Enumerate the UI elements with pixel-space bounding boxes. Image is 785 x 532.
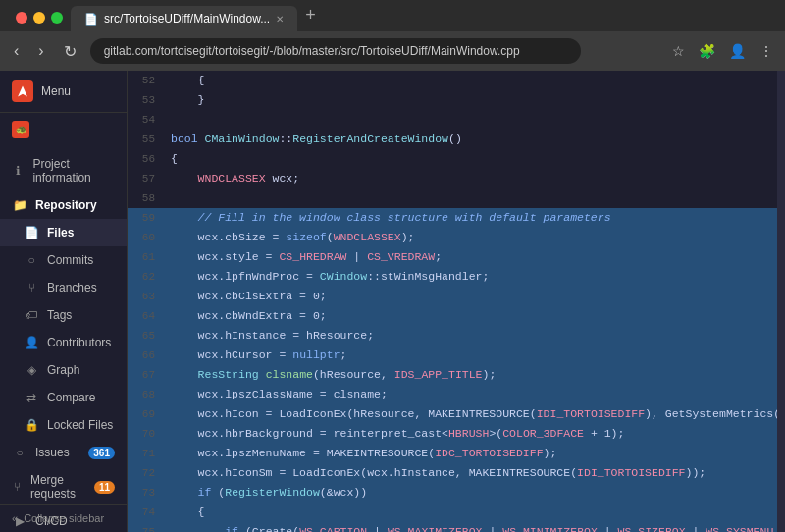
table-row: 61 wcx.style = CS_HREDRAW | CS_VREDRAW; [128,247,785,267]
collapse-sidebar-button[interactable]: « Collapse sidebar [0,504,128,532]
table-row: 55bool CMainWindow::RegisterAndCreateWin… [128,130,785,149]
table-row: 64 wcx.cbWndExtra = 0; [128,306,785,326]
locked-files-icon: 🔒 [24,418,39,432]
repo-icon: 📁 [12,198,27,212]
collapse-label: Collapse sidebar [24,512,104,524]
active-tab[interactable]: 📄 src/TortoiseUDiff/MainWindow... ✕ [71,6,297,31]
line-number: 57 [128,169,167,188]
table-row: 52 { [128,71,785,90]
line-code: ResString clsname(hResource, IDS_APP_TIT… [167,365,785,385]
compare-icon: ⇄ [24,391,39,404]
sidebar-item-label: Commits [47,253,93,267]
close-window-button[interactable] [16,12,27,24]
branches-icon: ⑂ [24,281,39,294]
sidebar-item-repository[interactable]: 📁 Repository [0,191,127,219]
window-controls [8,4,71,31]
profile-icon[interactable]: 👤 [725,39,750,63]
address-bar-row: ‹ › ↻ ☆ 🧩 👤 ⋮ [0,31,785,71]
line-number: 64 [128,306,167,326]
table-row: 59 // Fill in the window class structure… [128,208,785,228]
line-code: { [167,149,785,169]
line-number: 61 [128,247,167,267]
project-icon: 🐢 [12,121,29,138]
line-number: 75 [128,522,167,532]
line-number: 63 [128,287,167,306]
line-number: 62 [128,267,167,287]
sidebar-item-tags[interactable]: 🏷 Tags [0,301,127,329]
sidebar-item-compare[interactable]: ⇄ Compare [0,384,127,411]
issues-icon: ○ [12,446,27,459]
line-code: WNDCLASSEX wcx; [167,169,785,188]
tab-close-button[interactable]: ✕ [276,14,284,25]
sidebar-item-label: Project information [32,157,115,185]
back-button[interactable]: ‹ [8,38,25,64]
line-number: 72 [128,463,167,483]
sidebar-header: Menu [0,71,127,113]
sidebar-item-files[interactable]: 📄 Files [0,219,127,246]
merge-requests-badge: 11 [94,481,115,494]
line-number: 70 [128,424,167,444]
new-tab-button[interactable]: + [297,0,324,31]
table-row: 74 { [128,503,785,522]
line-number: 69 [128,404,167,424]
line-code: wcx.hIconSm = LoadIconEx(wcx.hInstance, … [167,463,785,483]
address-input[interactable] [90,38,581,64]
forward-button[interactable]: › [32,38,49,64]
tab-bar: 📄 src/TortoiseUDiff/MainWindow... ✕ + [0,0,785,31]
line-code: wcx.cbClsExtra = 0; [167,287,785,306]
line-number: 58 [128,188,167,208]
minimize-window-button[interactable] [33,12,45,24]
table-row: 68 wcx.lpszClassName = clsname; [128,385,785,404]
line-code: wcx.hbrBackground = reinterpret_cast<HBR… [167,424,785,444]
maximize-window-button[interactable] [51,12,63,24]
tab-icon: 📄 [84,13,98,26]
line-number: 59 [128,208,167,228]
sidebar-item-project-info[interactable]: ℹ Project information [0,150,127,191]
table-row: 57 WNDCLASSEX wcx; [128,169,785,188]
sidebar-item-branches[interactable]: ⑂ Branches [0,274,127,301]
code-lines-container: 52 {53 }5455bool CMainWindow::RegisterAn… [128,71,785,532]
line-number: 53 [128,90,167,110]
line-number: 52 [128,71,167,90]
line-code: bool CMainWindow::RegisterAndCreateWindo… [167,130,785,149]
line-code: wcx.style = CS_HREDRAW | CS_VREDRAW; [167,247,785,267]
files-icon: 📄 [24,226,39,239]
sidebar-item-label: Graph [47,363,79,377]
extensions-icon[interactable]: 🧩 [695,39,719,63]
line-code: wcx.cbWndExtra = 0; [167,306,785,326]
line-code [167,110,785,130]
table-row: 65 wcx.hInstance = hResource; [128,326,785,346]
line-code: } [167,90,785,110]
line-number: 71 [128,444,167,463]
table-row: 73 if (RegisterWindow(&wcx)) [128,483,785,503]
sidebar-item-contributors[interactable]: 👤 Contributors [0,329,127,356]
scrollbar[interactable] [777,71,785,532]
merge-requests-icon: ⑂ [12,480,23,494]
gitlab-logo[interactable] [12,80,33,102]
gitlab-menu-button[interactable]: Menu [41,84,71,98]
issues-badge: 361 [88,447,115,459]
table-row: 69 wcx.hIcon = LoadIconEx(hResource, MAK… [128,404,785,424]
sidebar-item-label: Tags [47,308,72,322]
sidebar-item-issues[interactable]: ○ Issues 361 [0,439,127,466]
reload-button[interactable]: ↻ [58,38,82,65]
browser-toolbar-right: ☆ 🧩 👤 ⋮ [668,39,777,63]
code-area[interactable]: 52 {53 }5455bool CMainWindow::RegisterAn… [128,71,785,532]
line-number: 56 [128,149,167,169]
bookmark-icon[interactable]: ☆ [668,39,689,63]
sidebar-item-locked-files[interactable]: 🔒 Locked Files [0,411,127,439]
sidebar-nav: ℹ Project information 📁 Repository 📄 Fil… [0,146,127,532]
line-code [167,188,785,208]
line-number: 67 [128,365,167,385]
info-icon: ℹ [12,164,25,178]
more-menu-icon[interactable]: ⋮ [756,39,777,63]
sidebar-item-label: Repository [35,198,97,212]
collapse-icon: « [12,512,18,524]
sidebar-item-merge-requests[interactable]: ⑂ Merge requests 11 [0,466,127,507]
sidebar-item-commits[interactable]: ○ Commits [0,246,127,274]
table-row: 62 wcx.lpfnWndProc = CWindow::stWinMsgHa… [128,267,785,287]
sidebar-item-label: Compare [47,391,95,404]
contributors-icon: 👤 [24,336,39,349]
main-area: Menu 🐢 ℹ Project information 📁 Repositor… [0,71,785,532]
sidebar-item-graph[interactable]: ◈ Graph [0,356,127,384]
